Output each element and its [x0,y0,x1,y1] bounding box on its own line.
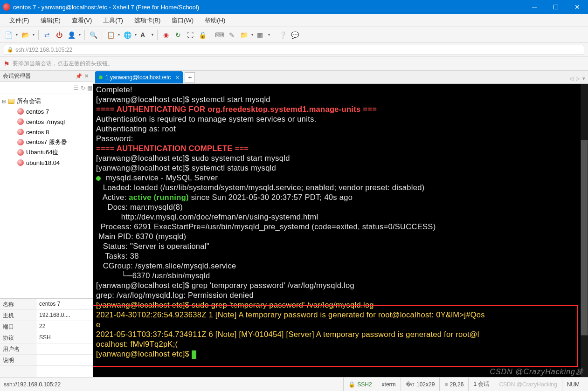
maximize-button[interactable] [545,0,567,14]
terminal-scrollbar[interactable] [581,84,588,377]
status-connection: ssh://192.168.0.105:22 [4,381,343,388]
session-item-centos7[interactable]: centos 7 [0,106,93,117]
menu-tabs[interactable]: 选项卡(B) [129,16,166,25]
tab-bar: 1 yanwang@localhost:/etc × + ◁ ▷ ▾ [93,71,588,84]
globe-button[interactable]: 🌐 [122,29,138,41]
folder-plus-icon[interactable]: 📁 [238,29,254,41]
edit-icon[interactable]: ✎ [226,29,237,41]
menu-window[interactable]: 窗口(W) [166,16,199,25]
new-session-button[interactable]: 📄 [3,29,19,41]
address-field[interactable]: 🔒 ssh://192.168.0.105:22 [4,45,584,55]
session-item-centos7mysql[interactable]: centos 7mysql [0,117,93,127]
chat-icon[interactable]: 💬 [289,29,300,41]
close-button[interactable]: ✕ [567,0,588,14]
session-item-centos7server[interactable]: centos7 服务器 [0,137,93,147]
session-tree: ⊟ 所有会话 centos 7 centos 7mysql centos 8 c… [0,94,93,298]
status-proto: 🔒SSH2 [343,377,376,391]
hint-bar: ⚑ 要添加当前会话，点击左侧的箭头按钮。 [0,57,588,71]
pin-icon[interactable]: 📌 [75,73,83,79]
tree-root[interactable]: ⊟ 所有会话 [0,96,93,106]
copy-button[interactable]: 📋 [105,29,121,41]
tree-root-label: 所有会话 [17,97,41,105]
menu-bar: 文件(F) 编辑(E) 查看(V) 工具(T) 选项卡(B) 窗口(W) 帮助(… [0,14,588,27]
session-search-input[interactable] [2,83,72,93]
panel-header: 会话管理器 📌 ✕ [0,71,93,82]
status-caps: CSDN @CrazyHacking [494,377,561,391]
lock-icon: 🔒 [7,47,14,53]
minimize-button[interactable] [524,0,545,14]
profile-button[interactable]: 👤 [66,29,82,41]
menu-edit[interactable]: 编辑(E) [35,16,66,25]
folder-icon [7,97,15,105]
address-bar: 🔒 ssh://192.168.0.105:22 [0,43,588,57]
collapse-icon[interactable]: ⊟ [2,99,7,104]
session-item-ubuntu1804[interactable]: ubuntu18.04 [0,158,93,168]
properties-table: 名称centos 7 主机192.168.0.... 端口22 协议SSH 用户… [0,298,93,377]
status-cursor: ≡29,26 [439,377,468,391]
tab-label: 1 yanwang@localhost:/etc [105,74,171,81]
reconnect-button[interactable]: ⇄ [42,29,53,41]
session-search-row: ☰ ↻ ▦ [0,82,93,94]
status-num: NUM [562,377,584,391]
help-button[interactable]: ❔ [277,29,288,41]
tab-menu-icon[interactable]: ▾ [582,75,585,82]
address-text: ssh://192.168.0.105:22 [15,47,72,53]
find-button[interactable]: 🔍 [88,29,99,41]
status-term: xterm [377,377,401,391]
keyboard-icon[interactable]: ⌨ [214,29,225,41]
hint-text: 要添加当前会话，点击左侧的箭头按钮。 [13,60,113,68]
app-icon [3,3,10,11]
open-session-button[interactable]: 📂 [20,29,35,41]
menu-help[interactable]: 帮助(H) [199,16,231,25]
fullscreen-button[interactable]: ⛶ [185,29,196,41]
toolbar: 📄 📂 ⇄ ⏻ 👤 🔍 📋 🌐 A ◉ ↻ ⛶ 🔒 ⌨ ✎ 📁 ▦ ❔ 💬 [0,27,588,43]
tab-next-icon[interactable]: ▷ [576,75,580,82]
panel-title: 会话管理器 [3,72,31,80]
session-item-centos8[interactable]: centos 8 [0,127,93,137]
terminal[interactable]: Complete![yanwang@localhost etc]$ system… [93,84,588,377]
menu-view[interactable]: 查看(V) [66,16,97,25]
disconnect-button[interactable]: ⏻ [54,29,65,41]
status-bar: ssh://192.168.0.105:22 🔒SSH2 xterm �σ102… [0,377,588,391]
status-sessions: 1 会话 [468,377,494,391]
session-manager-panel: 会话管理器 📌 ✕ ☰ ↻ ▦ ⊟ 所有会话 centos 7 centos 7… [0,71,93,377]
menu-file[interactable]: 文件(F) [4,16,35,25]
filter-icon[interactable]: ☰ [74,85,79,91]
panel-close-icon[interactable]: ✕ [83,73,90,79]
flag-icon: ⚑ [4,60,10,68]
lock-button[interactable]: 🔒 [197,29,208,41]
title-bar: centos 7 - yanwang@localhost:/etc - Xshe… [0,0,588,14]
tab-prev-icon[interactable]: ◁ [569,75,573,82]
refresh-icon[interactable]: ↻ [81,85,85,91]
main-pane: 1 yanwang@localhost:/etc × + ◁ ▷ ▾ Compl… [93,71,588,377]
tab-close-icon[interactable]: × [175,74,179,81]
window-icon[interactable]: ▦ [255,29,271,41]
session-item-ubantu64[interactable]: Ubantu64位 [0,147,93,158]
menu-tools[interactable]: 工具(T) [97,16,129,25]
window-title: centos 7 - yanwang@localhost:/etc - Xshe… [13,4,524,11]
add-tab-button[interactable]: + [185,72,195,82]
scrollbar-thumb[interactable] [581,140,588,336]
tab-active[interactable]: 1 yanwang@localhost:/etc × [95,71,183,83]
font-button[interactable]: A [138,29,154,41]
grid-icon[interactable]: ▦ [87,85,92,91]
status-dot-icon [99,75,103,79]
status-size: �σ102x29 [401,377,440,391]
green-refresh-icon[interactable]: ↻ [173,29,184,41]
red-dot-icon[interactable]: ◉ [160,29,172,41]
